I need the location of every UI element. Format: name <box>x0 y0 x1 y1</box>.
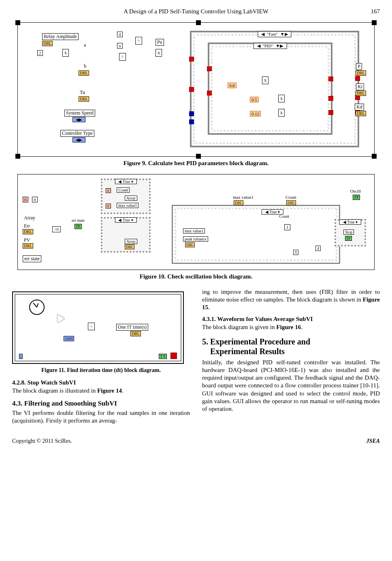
errstate-lbl: err state <box>23 255 41 262</box>
sub-op <box>58 314 65 323</box>
peak-dbl: DBL <box>185 242 195 247</box>
const-pi: π <box>117 43 123 49</box>
maxv1-lbl: max value1 <box>232 195 255 200</box>
journal-abbr: JSEA <box>366 438 380 444</box>
count-lbl: Count <box>284 195 298 200</box>
oneit-dbl: DBL <box>130 331 141 336</box>
stop-case: ◀ True ▾ Stop TF <box>334 219 366 246</box>
sec-43-head: 4.3. Filtering and Smoothing SubVI <box>12 400 190 408</box>
errstate-tf: TF <box>75 224 82 229</box>
figure-11: ÷ 1000 One IT time(s) DBL i T F <box>12 291 190 364</box>
count-dbl: DBL <box>286 200 296 205</box>
ct-0b: 0 <box>106 204 111 208</box>
fig11-diagram: ÷ 1000 One IT time(s) DBL i T F <box>12 291 184 364</box>
sec-428-body: The block diagram is illustrated in Figu… <box>12 387 190 395</box>
ct-array: Array <box>125 196 137 201</box>
oneit-lbl: One IT time(s) <box>116 324 148 331</box>
fig9-diagram: Relay Amplitude DBL 2 x a 4 π ÷ b DBL ÷ … <box>17 22 375 157</box>
case-fast-header: ◀ "Fast" ▼▶ <box>258 31 291 37</box>
err-lbl: Err <box>23 223 31 229</box>
case-top: ◀ True ▾ 0 Count Array 0 max value1 <box>101 178 151 214</box>
seq-frame: max value1 DBL Count DBL ◀ True ▾ Count … <box>172 205 340 264</box>
fig10-caption: Figure 10. Check oscillation block diagr… <box>12 273 380 280</box>
errstate2-lbl: err state <box>70 218 86 223</box>
err-dbl: DBL <box>23 229 33 234</box>
sr-0a: 0 <box>23 197 28 202</box>
const-06: 0.6 <box>228 83 236 88</box>
sec-43-body: The VI performs double filtering for the… <box>12 409 190 425</box>
cont-para: ing to improve the measurement, then use… <box>202 288 380 312</box>
sys-speed-arrow: ◀▶ <box>72 117 85 122</box>
ctrl-type-label: Controller Type <box>60 130 94 137</box>
ct-maxv: max value1 <box>117 203 138 208</box>
p-dbl: DBL <box>356 70 366 76</box>
add-1: 1 <box>284 224 290 230</box>
const-0: 0 <box>293 250 298 255</box>
clock-icon <box>29 300 45 315</box>
cb-array: Array <box>125 239 137 244</box>
mult-ki: x <box>278 95 285 102</box>
maxv2-lbl: max value1 <box>183 228 205 234</box>
mult-p: x <box>262 76 268 84</box>
case-pid: ◀ "PID" ▼▶ 0.6 0.5 0.12 x x x <box>208 42 332 135</box>
const-4: 4 <box>117 32 123 37</box>
ki-dbl: DBL <box>356 91 366 96</box>
right-column: ing to improve the measurement, then use… <box>202 287 380 426</box>
page-footer: Copyright © 2011 SciRes. JSEA <box>12 438 380 444</box>
sec-431-head: 4.3.1. Waveform for Values Average SubVI <box>202 316 380 323</box>
count-inner: Count <box>278 214 290 219</box>
p-label: P <box>356 63 362 70</box>
iter-i: i <box>19 354 23 359</box>
mult-kd: x <box>278 109 285 117</box>
ki-label: Ki <box>356 83 364 90</box>
oscill-lbl: Oscill <box>349 189 362 193</box>
array-lbl: Array <box>23 215 36 221</box>
sec-428-head: 4.2.8. Stop Watch SubVI <box>12 379 190 386</box>
div-op: ÷ <box>88 323 95 330</box>
case-bot-hdr: ◀ True ▾ <box>115 217 136 223</box>
inner-true-hdr: ◀ True ▾ <box>262 209 283 215</box>
page-number: 167 <box>360 8 380 15</box>
mult-op-1: x <box>62 49 69 57</box>
const-4: 4 <box>315 246 321 251</box>
const-012: 0.12 <box>250 111 261 117</box>
fig11-caption: Figure 11. Find iteration time (dt) bloc… <box>12 367 190 374</box>
a-label: a <box>83 42 87 48</box>
lt0-op: <0 <box>52 226 61 232</box>
sec-5-head: 5. Experimental Procedure and Experiment… <box>202 337 380 356</box>
cb-dbl: DBL <box>125 244 134 249</box>
sec-5-body: Initially, the designed PID self-tuned c… <box>202 359 380 413</box>
b-dbl-tag: DBL <box>79 70 89 76</box>
sys-speed-label: System Speed <box>64 110 95 117</box>
stop-btn-icon <box>170 353 177 359</box>
oscill-tf: TF <box>353 195 360 200</box>
pu-label: Pu <box>156 39 164 46</box>
kd-dbl: DBL <box>356 111 366 116</box>
sec-431-body: The block diagram is given in Figure 16. <box>202 323 380 331</box>
mult-op-2: x <box>156 49 162 57</box>
case-top-hdr: ◀ True ▾ <box>115 179 136 184</box>
maxv1-dbl: DBL <box>234 200 243 205</box>
case-bot: ◀ True ▾ Array DBL <box>101 217 151 253</box>
tf-node: T F <box>159 354 167 359</box>
kd-label: Kd <box>355 104 364 110</box>
page-header: A Design of a PID Self-Tuning Controller… <box>12 8 380 15</box>
copyright: Copyright © 2011 SciRes. <box>12 438 72 444</box>
figure-10: 0 0 Array Err DBL PV DBL err state <0 er… <box>12 174 380 270</box>
pv-lbl: PV <box>23 237 31 243</box>
ct-count: Count <box>117 187 130 193</box>
div-op-1: ÷ <box>135 37 142 45</box>
relay-dbl-tag: DBL <box>42 41 53 46</box>
pv-dbl: DBL <box>23 243 33 249</box>
sr-0b: 0 <box>32 197 38 202</box>
b-label: b <box>83 63 87 69</box>
running-title: A Design of a PID Self-Tuning Controller… <box>32 8 360 15</box>
fig10-diagram: 0 0 Array Err DBL PV DBL err state <0 er… <box>17 174 375 270</box>
figure-9: Relay Amplitude DBL 2 x a 4 π ÷ b DBL ÷ … <box>12 22 380 157</box>
case-pid-header: ◀ "PID" ▼▶ <box>254 43 287 49</box>
peak-lbl: peak tolrance <box>183 236 208 242</box>
div-op-2: ÷ <box>119 53 126 61</box>
case-fast: ◀ "Fast" ▼▶ ◀ "PID" ▼▶ 0.6 0.5 0.12 x x … <box>190 31 359 147</box>
tu-label: Tu <box>79 89 86 96</box>
stop-tf: TF <box>345 236 352 241</box>
